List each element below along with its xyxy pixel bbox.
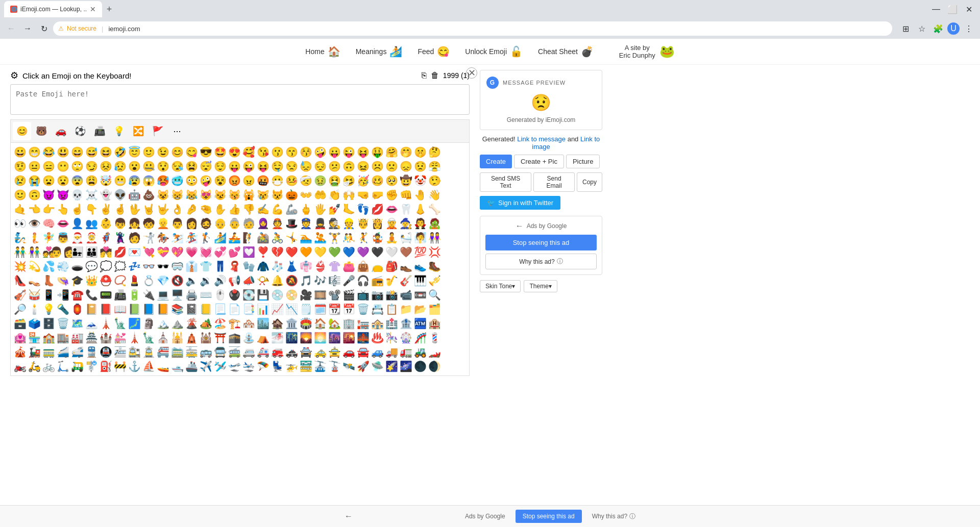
emoji-cell[interactable]: 🧞 [13,231,27,245]
emoji-cell[interactable]: 🌋 [184,316,199,331]
emoji-cell[interactable]: 🌉 [356,331,370,345]
emoji-cell[interactable]: 😟 [413,159,427,173]
emoji-cell[interactable]: 🎬 [341,288,356,302]
emoji-cell[interactable]: 📂 [413,302,427,316]
emoji-cell[interactable]: 🤥 [427,173,442,188]
emoji-cell[interactable]: 💾 [256,288,270,302]
emoji-cell[interactable]: 😏 [84,159,99,173]
emoji-cell[interactable]: 🎼 [327,273,341,288]
emoji-cell[interactable]: 🤙 [13,202,27,216]
emoji-cell[interactable]: 🚧 [113,359,127,373]
emoji-cell[interactable]: 👼 [56,231,70,245]
emoji-cell[interactable]: 🛩️ [213,359,227,373]
emoji-cell[interactable]: 🦴 [427,202,442,216]
emoji-cell[interactable]: 🎸 [399,273,413,288]
emoji-cell[interactable]: 🏖️ [213,316,227,331]
emoji-cell[interactable]: 🏨 [427,316,442,331]
emoji-cell[interactable]: 🚴 [270,231,284,245]
emoji-cell[interactable]: 🏣 [356,316,370,331]
emoji-cell[interactable]: 🕶️ [156,259,170,273]
emoji-cell[interactable]: 🏇 [156,231,170,245]
emoji-cell[interactable]: 👠 [13,273,27,288]
emoji-cell[interactable]: 🗽 [141,331,156,345]
emoji-cell[interactable]: 🚇 [99,345,113,359]
bottom-ad-back-arrow[interactable]: ← [345,512,353,521]
emoji-cell[interactable]: 😺 [156,188,170,202]
emoji-cell[interactable]: 👫 [27,245,41,259]
emoji-cell[interactable]: ⚓ [127,359,141,373]
emoji-cell[interactable]: 🤲 [313,188,327,202]
emoji-cell[interactable]: 📆 [327,302,341,316]
emoji-cell[interactable]: 🚣 [227,231,241,245]
emoji-cell[interactable]: 🙄 [70,159,84,173]
emoji-cell[interactable]: 🙌 [341,188,356,202]
emoji-cell[interactable]: 🤕 [299,173,313,188]
emoji-cell[interactable]: 🥵 [156,173,170,188]
emoji-cell[interactable]: 📃 [213,302,227,316]
emoji-cell[interactable]: 🧚 [41,231,56,245]
trash-icon[interactable]: 🗑 [431,71,439,80]
emoji-cell[interactable]: 🚙 [370,345,384,359]
emoji-cell[interactable]: ⛪ [156,331,170,345]
emoji-cell[interactable]: 📱 [41,288,56,302]
emoji-cell[interactable]: 💔 [270,245,284,259]
emoji-cell[interactable]: 🤜 [356,188,370,202]
emoji-cell[interactable]: 🥾 [427,259,442,273]
why-this-ad-button[interactable]: Why this ad? ⓘ [485,254,597,269]
emoji-cell[interactable]: 🕳️ [70,259,84,273]
emoji-cell[interactable]: 🏎️ [427,345,442,359]
emoji-cell[interactable]: 🧛 [413,216,427,231]
profile-button[interactable]: U [947,22,960,35]
nav-home[interactable]: Home 🏠 [305,45,340,58]
emoji-cell[interactable]: 🗑️ [356,302,370,316]
link-to-message[interactable]: Link to message [517,135,566,143]
emoji-cell[interactable]: 😭 [27,173,41,188]
emoji-cell[interactable]: 🤛 [370,188,384,202]
emoji-cell[interactable]: 😓 [299,159,313,173]
emoji-cell[interactable]: 💝 [156,245,170,259]
emoji-cell[interactable]: 📔 [84,302,99,316]
emoji-cell[interactable]: 🚅 [70,345,84,359]
emoji-cell[interactable]: 🧣 [227,259,241,273]
emoji-cell[interactable]: 🖲️ [227,288,241,302]
emoji-paste-area[interactable] [10,84,470,115]
emoji-cell[interactable]: 😩 [84,173,99,188]
emoji-cell[interactable]: 🚚 [384,345,399,359]
emoji-cell[interactable]: 😹 [184,188,199,202]
emoji-cell[interactable]: 🚜 [413,345,427,359]
emoji-cell[interactable]: 🖤 [370,245,384,259]
menu-button[interactable]: ⋮ [962,21,976,36]
emoji-cell[interactable]: 👄 [384,202,399,216]
emoji-cell[interactable]: 🚑 [256,345,270,359]
emoji-cell[interactable]: 🎺 [427,273,442,288]
emoji-cell[interactable]: ✍️ [256,202,270,216]
emoji-cell[interactable]: 🗄️ [41,316,56,331]
emoji-cell[interactable]: 📀 [284,288,299,302]
emoji-cell[interactable]: 🚍 [213,345,227,359]
emoji-cell[interactable]: 🤎 [399,245,413,259]
emoji-cell[interactable]: 👏 [327,188,341,202]
emoji-cell[interactable]: 💀 [70,188,84,202]
emoji-cell[interactable]: 👟 [413,259,427,273]
emoji-cell[interactable]: 🏪 [27,331,41,345]
emoji-cell[interactable]: 🚔 [299,345,313,359]
emoji-cell[interactable]: 💥 [13,259,27,273]
emoji-cell[interactable]: ⛷️ [170,231,184,245]
emoji-cell[interactable]: 📷 [370,288,384,302]
emoji-cell[interactable]: 🌌 [399,359,413,373]
emoji-cell[interactable]: 😼 [213,188,227,202]
emoji-cell[interactable]: 📋 [384,302,399,316]
emoji-cell[interactable]: 👊 [399,188,413,202]
emoji-cell[interactable]: 👌 [170,202,184,216]
emoji-cell[interactable]: 😛 [227,159,241,173]
forward-button[interactable]: → [20,21,35,36]
emoji-cell[interactable]: 🗃️ [13,316,27,331]
emoji-cell[interactable]: 💏 [99,245,113,259]
emoji-cell[interactable]: 🙁 [384,159,399,173]
emoji-cell[interactable]: 😠 [241,173,256,188]
emoji-cell[interactable]: ⛽ [99,359,113,373]
cat-tab-symbols[interactable]: 💡 [110,122,128,140]
emoji-cell[interactable]: 🏫 [41,331,56,345]
emoji-cell[interactable]: 🤮 [327,173,341,188]
emoji-cell[interactable]: 🚝 [156,345,170,359]
